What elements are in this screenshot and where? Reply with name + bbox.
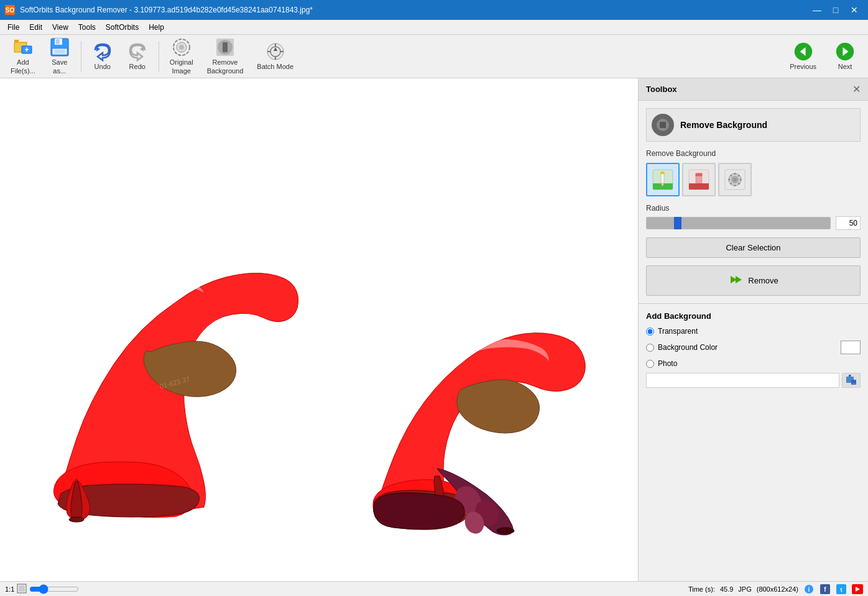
previous-button[interactable]: Previous — [782, 39, 824, 75]
radius-value[interactable]: 50 — [836, 216, 861, 230]
title-controls: — □ ✕ — [808, 4, 863, 16]
next-icon — [835, 42, 855, 62]
mark-foreground-button[interactable] — [646, 163, 680, 196]
close-button[interactable]: ✕ — [846, 4, 863, 16]
remove-background-button[interactable]: RemoveBackground — [201, 39, 249, 75]
toolbox-panel: Toolbox ✕ Remove Background Remove Backg… — [638, 78, 868, 581]
radius-track — [647, 218, 830, 229]
remove-background-section: Remove Background Remove Background — [639, 101, 868, 304]
save-as-label: Saveas... — [52, 58, 67, 75]
app-icon: SO — [5, 5, 15, 15]
undo-button[interactable]: Undo — [86, 39, 119, 75]
redo-icon — [127, 42, 147, 62]
shoe-image: 01-623 37 — [39, 116, 599, 544]
zoom-icon-fit — [17, 584, 27, 595]
menu-tools[interactable]: Tools — [73, 22, 101, 33]
nav-buttons: Previous Next — [782, 39, 863, 75]
batch-mode-icon — [265, 42, 285, 62]
auto-select-button[interactable] — [718, 163, 752, 196]
remove-background-label: Remove Background — [646, 149, 861, 158]
toolbar: + AddFile(s)... Saveas... Undo — [0, 35, 868, 78]
maximize-button[interactable]: □ — [827, 4, 844, 16]
facebook-icon[interactable]: f — [820, 584, 831, 595]
menu-file[interactable]: File — [2, 22, 24, 33]
twitter-icon[interactable]: t — [836, 584, 847, 595]
batch-mode-button[interactable]: Batch Mode — [251, 39, 299, 75]
mark-background-button[interactable] — [682, 163, 716, 196]
original-image-icon — [172, 37, 192, 57]
svg-marker-1 — [14, 40, 19, 42]
redo-button[interactable]: Redo — [121, 39, 154, 75]
photo-label[interactable]: Photo — [658, 359, 677, 368]
svg-text:t: t — [841, 587, 843, 593]
remove-background-title: Remove Background — [680, 120, 767, 130]
background-color-radio[interactable] — [646, 344, 654, 352]
svg-rect-66 — [19, 585, 25, 592]
time-value: 45.9 — [720, 585, 733, 593]
add-files-button[interactable]: + AddFile(s)... — [5, 39, 41, 75]
remove-button[interactable]: Remove — [646, 265, 861, 296]
photo-path-input[interactable] — [646, 373, 839, 388]
menu-softorbits[interactable]: SoftOrbits — [101, 22, 144, 33]
transparent-radio[interactable] — [646, 328, 654, 336]
background-color-swatch[interactable] — [841, 341, 861, 354]
svg-rect-36 — [660, 122, 666, 128]
main-area: 01-623 37 Toolbox ✕ — [0, 78, 868, 581]
transparent-option-row: Transparent — [646, 327, 861, 336]
info-icon[interactable]: i — [803, 584, 815, 595]
svg-marker-10 — [140, 47, 144, 52]
status-right-area: Time (s): 45.9 JPG (800x612x24) i f t — [688, 584, 863, 595]
transparent-label[interactable]: Transparent — [658, 327, 698, 336]
toolbox-close-button[interactable]: ✕ — [852, 83, 861, 95]
format-label: JPG — [738, 585, 751, 593]
svg-rect-8 — [55, 50, 65, 53]
youtube-icon[interactable] — [852, 584, 863, 595]
radius-slider[interactable] — [646, 217, 831, 229]
svg-text:+: + — [24, 45, 29, 54]
minimize-button[interactable]: — — [808, 4, 826, 16]
svg-text:i: i — [808, 586, 810, 593]
remove-background-label: RemoveBackground — [207, 58, 244, 75]
remove-label: Remove — [748, 276, 778, 285]
menu-help[interactable]: Help — [144, 22, 169, 33]
remove-background-icon — [215, 37, 235, 57]
svg-point-33 — [497, 528, 514, 534]
dimensions-label: (800x612x24) — [757, 585, 798, 593]
svg-text:...: ... — [852, 380, 856, 385]
save-as-button[interactable]: Saveas... — [44, 39, 76, 75]
next-label: Next — [838, 63, 852, 71]
photo-radio[interactable] — [646, 360, 654, 368]
clear-selection-button[interactable]: Clear Selection — [646, 237, 861, 258]
svg-rect-42 — [661, 174, 664, 175]
title-bar: SO SoftOrbits Background Remover - 3.109… — [0, 0, 868, 20]
svg-marker-62 — [849, 375, 851, 377]
undo-icon — [93, 42, 113, 62]
title-text: SoftOrbits Background Remover - 3.109773… — [20, 6, 313, 14]
background-color-label[interactable]: Background Color — [658, 343, 718, 352]
toolbar-separator-1 — [81, 41, 81, 72]
previous-label: Previous — [790, 63, 816, 71]
redo-label: Redo — [129, 63, 145, 71]
image-display: 01-623 37 — [0, 78, 638, 581]
menu-view[interactable]: View — [47, 22, 73, 33]
toolbox-title: Toolbox — [646, 85, 677, 94]
toolbox-header: Toolbox ✕ — [639, 78, 868, 101]
next-button[interactable]: Next — [827, 39, 863, 75]
original-image-button[interactable]: OriginalImage — [164, 39, 199, 75]
add-background-section: Add Background Transparent Background Co… — [639, 304, 868, 395]
radius-thumb[interactable] — [674, 217, 681, 229]
add-files-label: AddFile(s)... — [11, 58, 35, 75]
batch-mode-label: Batch Mode — [257, 63, 293, 71]
previous-icon — [793, 42, 813, 62]
svg-point-58 — [733, 178, 737, 181]
svg-rect-41 — [661, 172, 664, 174]
photo-option-row: Photo — [646, 359, 861, 368]
menu-edit[interactable]: Edit — [24, 22, 47, 33]
canvas-area[interactable]: 01-623 37 — [0, 78, 638, 581]
svg-marker-60 — [736, 276, 742, 283]
svg-rect-44 — [689, 183, 709, 190]
zoom-slider[interactable] — [29, 584, 79, 594]
add-background-title: Add Background — [646, 311, 861, 321]
photo-browse-button[interactable]: ... — [842, 373, 861, 388]
remove-icon — [728, 272, 743, 289]
